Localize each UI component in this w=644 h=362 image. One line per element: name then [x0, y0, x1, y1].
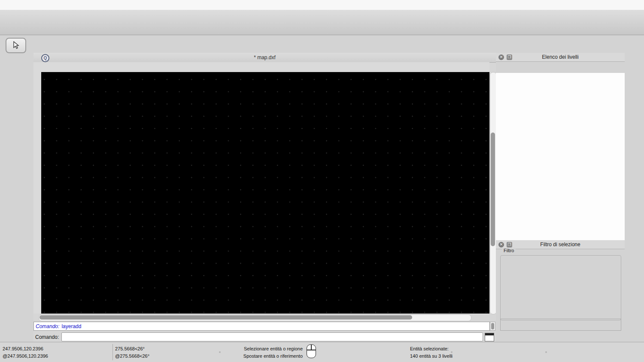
filter-group-box: [500, 255, 621, 320]
main-toolbar: [0, 10, 644, 35]
command-input[interactable]: [61, 332, 483, 341]
filter-panel-detach-icon[interactable]: ❐: [507, 242, 512, 247]
command-history-scrollbar[interactable]: [490, 322, 495, 331]
relative-coordinates: @247.9506,120.2396: [3, 353, 48, 360]
left-click-hint: Selezionare entità o regione: [202, 345, 303, 353]
horizontal-ruler: [41, 62, 489, 72]
right-dock: ✕ ❐ Elenco dei livelli ✕ ❐ Filtro di sel…: [496, 53, 644, 342]
ruler-corner: [33, 62, 42, 72]
filter-panel-title: Filtro di selezione: [496, 241, 625, 247]
command-history: Comando: layeradd: [33, 322, 490, 331]
command-options-button[interactable]: [485, 333, 494, 341]
cad-tool-palette: [0, 35, 33, 342]
command-prompt-label: Comando:: [35, 334, 59, 340]
vertical-ruler: [33, 72, 42, 314]
absolute-polar: 275.5668<26°: [115, 345, 149, 353]
layer-toolbar: [496, 62, 625, 72]
drawing-canvas[interactable]: [41, 72, 489, 314]
statusbar: 247.9506,120.2396 @247.9506,120.2396 275…: [0, 342, 644, 362]
layer-panel-detach-icon[interactable]: ❐: [507, 54, 512, 60]
filter-action-buttons: [500, 319, 621, 331]
document-titlebar[interactable]: Q * map.dxf: [33, 53, 496, 63]
panel-toggle-strip: [626, 53, 644, 342]
coordinate-display: 247.9506,120.2396 @247.9506,120.2396: [3, 345, 48, 360]
filter-group-label: Filtro: [502, 248, 516, 253]
qcad-window: Q * map.dxf 10 < 100 Comando: layeradd C…: [0, 0, 644, 362]
h-scroll-thumb[interactable]: [39, 315, 412, 320]
command-history-value: layeradd: [61, 323, 81, 329]
command-input-row: Comando:: [33, 332, 496, 342]
absolute-coordinates: 247.9506,120.2396: [3, 345, 48, 353]
drag-hint: Spostare entità o riferimento: [202, 353, 303, 360]
v-scroll-thumb[interactable]: [491, 133, 495, 246]
statusbar-handle-dot: [545, 351, 547, 353]
document-title: * map.dxf: [33, 54, 496, 60]
menubar: [0, 0, 644, 10]
selection-info: Entità selezionate: 140 entità su 3 live…: [410, 345, 453, 360]
statusbar-divider: [112, 344, 113, 360]
filter-panel-close-icon[interactable]: ✕: [498, 242, 504, 247]
document-window: Q * map.dxf 10 < 100 Comando: layeradd C…: [33, 53, 496, 342]
command-history-label: Comando:: [36, 323, 59, 329]
layer-panel-header: ✕ ❐ Elenco dei livelli: [496, 53, 625, 62]
relative-polar: @275.5668<26°: [115, 353, 149, 360]
mouse-hint: Selezionare entità o regione Spostare en…: [202, 345, 303, 360]
layer-list: [496, 73, 625, 240]
layer-panel-close-icon[interactable]: ✕: [498, 54, 504, 60]
statusbar-handle-dot: [451, 351, 453, 353]
polar-coordinate-display: 275.5668<26° @275.5668<26°: [115, 345, 149, 360]
mouse-icon: [307, 344, 316, 358]
selection-info-line1: Entità selezionate:: [410, 345, 453, 353]
canvas-horizontal-scrollbar[interactable]: [39, 314, 471, 321]
layer-panel-title: Elenco dei livelli: [496, 54, 625, 60]
pointer-arrow-icon: [12, 41, 19, 50]
selection-info-line2: 140 entità su 3 livelli: [410, 353, 453, 360]
statusbar-handle-dot: [219, 351, 221, 353]
pointer-tool-palette-button[interactable]: [6, 38, 26, 53]
